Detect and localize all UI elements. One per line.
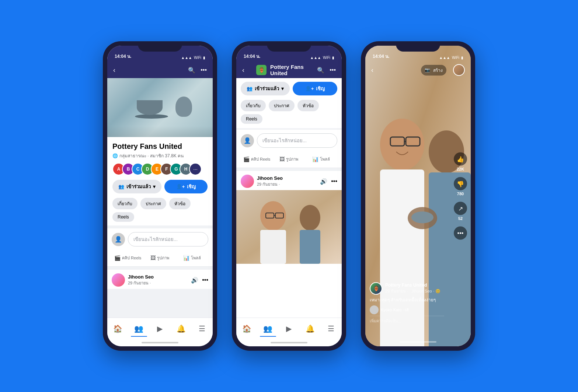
joined-icon-2: 👥 <box>247 86 253 91</box>
home-indicator-1 <box>107 339 213 346</box>
group-name-1: Pottery Fans United <box>112 142 208 151</box>
reels-right-actions: 👍 22K 👎 780 ↗ 52 ••• <box>454 153 467 240</box>
phone-2: 14:04 น. ▲▲▲ WiFi ▮ ‹ 🏺 Pottery Fans Uni… <box>232 41 346 351</box>
volume-icon-1[interactable]: 🔊 <box>191 277 198 284</box>
create-btn-3[interactable]: 📷 สร้าง <box>421 65 446 76</box>
joined-button-2[interactable]: 👥 เข้าร่วมแล้ว ▾ <box>241 82 290 95</box>
reels-comment-input[interactable]: เพิ่มความคิดเห็น... <box>370 316 444 324</box>
poll-action-btn-2[interactable]: 📊 โพลล์ <box>305 154 337 165</box>
back-button-3[interactable]: ‹ <box>371 66 373 74</box>
home-bar-2 <box>271 342 307 343</box>
photo-icon-1: 🖼 <box>150 255 156 261</box>
composer-input-2[interactable]: เขียนอะไรสักหน่อย... <box>257 133 337 148</box>
search-icon-1[interactable]: 🔍 <box>188 67 195 74</box>
cover-overlay <box>107 126 213 137</box>
search-icon-2[interactable]: 🔍 <box>317 67 324 74</box>
menu-tab-2[interactable]: ☰ <box>323 321 339 337</box>
back-button-1[interactable]: ‹ <box>113 66 123 74</box>
dislike-action[interactable]: 👎 780 <box>454 177 467 196</box>
tab-topic-2[interactable]: หัวข้อ <box>297 100 319 111</box>
video-tab-2[interactable]: ▶ <box>281 321 297 337</box>
post-avatar-2 <box>241 175 254 188</box>
more-icon-2[interactable]: ••• <box>330 67 336 73</box>
tab-about-1[interactable]: เกี่ยวกับ <box>112 198 137 209</box>
status-time-1: 14:04 น. <box>115 53 131 60</box>
active-bar-1 <box>131 336 147 337</box>
home-tab-1[interactable]: 🏠 <box>110 321 126 337</box>
video-icon-2: ▶ <box>286 324 292 333</box>
reels-home-indicator <box>365 341 471 343</box>
share-icon: ↗ <box>454 202 467 215</box>
photo-action-btn-2[interactable]: 🖼 รูปภาพ <box>273 154 305 165</box>
home-icon-2: 🏠 <box>242 324 251 333</box>
post-options-2: 🔊 ••• <box>320 178 337 185</box>
photo-action-btn-1[interactable]: 🖼 รูปภาพ <box>144 252 176 263</box>
post-options-1: 🔊 ••• <box>191 277 208 284</box>
status-icons-3: ▲▲▲ WiFi ▮ <box>439 56 463 60</box>
dislike-count: 780 <box>457 192 464 196</box>
tab-reels-1[interactable]: Reels <box>112 212 134 222</box>
more-action[interactable]: ••• <box>454 227 467 240</box>
home-bar-3 <box>400 341 436 343</box>
reels-action-btn-2[interactable]: 🎬 คลิป Reels <box>241 154 273 165</box>
volume-icon-2[interactable]: 🔊 <box>320 178 327 185</box>
share-action[interactable]: ↗ 52 <box>454 202 467 221</box>
more-icon-1[interactable]: ••• <box>201 67 207 73</box>
groups-tab-2[interactable]: 👥 <box>260 321 276 337</box>
composer-actions-1: 🎬 คลิป Reels 🖼 รูปภาพ 📊 โพลล์ <box>107 250 213 267</box>
poll-icon-2: 📊 <box>312 156 318 162</box>
bell-tab-1[interactable]: 🔔 <box>173 321 189 337</box>
dots-icon-2[interactable]: ••• <box>331 178 337 185</box>
tab-about-2[interactable]: เกี่ยวกับ <box>241 100 266 111</box>
create-label-3: สร้าง <box>433 67 443 74</box>
composer-input-1[interactable]: เขียนอะไรสักหน่อย... <box>128 232 208 246</box>
dots-icon-1[interactable]: ••• <box>202 277 208 284</box>
poll-action-btn-1[interactable]: 📊 โพลล์ <box>176 252 208 263</box>
avatar-more-1: ··· <box>189 163 202 175</box>
chevron-down-icon-2: ▾ <box>281 86 284 91</box>
nav-title-2: Pottery Fans United <box>270 64 313 76</box>
post-header-2: Jihoon Seo 29 กันยายน · 🔊 ••• <box>236 171 342 190</box>
status-icons-1: ▲▲▲ WiFi ▮ <box>181 56 205 60</box>
signal-icon-1: ▲▲▲ <box>181 56 192 60</box>
reels-icon-1: 🎬 <box>114 255 121 261</box>
invite-icon-2: 👤+ <box>305 86 314 91</box>
menu-tab-1[interactable]: ☰ <box>194 321 210 337</box>
reels-group-text-block: Pottery Fans United 29 กันยายน · · Jihoo… <box>385 283 441 294</box>
tab-announce-2[interactable]: ประกาศ <box>269 100 295 111</box>
user-avatar-3 <box>453 64 465 76</box>
tab-topic-1[interactable]: หัวข้อ <box>169 198 191 209</box>
tab-reels-2[interactable]: Reels <box>241 114 262 124</box>
screen-1: 14:04 น. ▲▲▲ WiFi ▮ ‹ 🔍 ••• <box>107 46 213 346</box>
video-tab-1[interactable]: ▶ <box>152 321 168 337</box>
screen-2: 14:04 น. ▲▲▲ WiFi ▮ ‹ 🏺 Pottery Fans Uni… <box>236 46 342 346</box>
chevron-down-icon-1: ▾ <box>153 184 156 189</box>
post-avatar-1 <box>112 273 125 287</box>
back-button-2[interactable]: ‹ <box>242 66 253 74</box>
bowl-saucer <box>135 114 168 119</box>
nav-bar-2: ‹ 🏺 Pottery Fans United 🔍 ••• <box>236 62 342 78</box>
menu-icon-1: ☰ <box>199 324 205 333</box>
home-icon-1: 🏠 <box>113 324 122 333</box>
status-time-2: 14:04 น. <box>244 53 260 60</box>
nav-actions-1: 🔍 ••• <box>188 67 207 74</box>
reels-action-btn-1[interactable]: 🎬 คลิป Reels <box>112 252 144 263</box>
bell-tab-2[interactable]: 🔔 <box>302 321 318 337</box>
invite-button-1[interactable]: 👤+ เชิญ <box>164 180 208 193</box>
home-tab-2[interactable]: 🏠 <box>239 321 255 337</box>
invite-button-2[interactable]: 👤+ เชิญ <box>293 82 337 95</box>
joined-button-1[interactable]: 👥 เข้าร่วมแล้ว ▾ <box>112 180 161 193</box>
groups-tab-1[interactable]: 👥 <box>131 321 147 337</box>
group-icon-nav-2: 🏺 <box>256 65 267 75</box>
post-composer-1: 👤 เขียนอะไรสักหน่อย... <box>107 228 213 250</box>
commenter-name: Kyoko Kato · เส้ <box>381 307 409 313</box>
photo-icon-2: 🖼 <box>279 156 285 162</box>
tabs-row-1: เกี่ยวกับ ประกาศ หัวข้อ Reels <box>112 198 208 222</box>
like-action[interactable]: 👍 22K <box>454 153 467 171</box>
notch-1 <box>138 41 182 52</box>
phone-1: 14:04 น. ▲▲▲ WiFi ▮ ‹ 🔍 ••• <box>103 41 217 351</box>
action-section-2: 👥 เข้าร่วมแล้ว ▾ 👤+ เชิญ เกี่ยวกับ ประกา… <box>236 78 342 128</box>
svg-point-9 <box>380 119 424 170</box>
composer-avatar-1: 👤 <box>112 233 125 246</box>
tab-announce-1[interactable]: ประกาศ <box>140 198 166 209</box>
